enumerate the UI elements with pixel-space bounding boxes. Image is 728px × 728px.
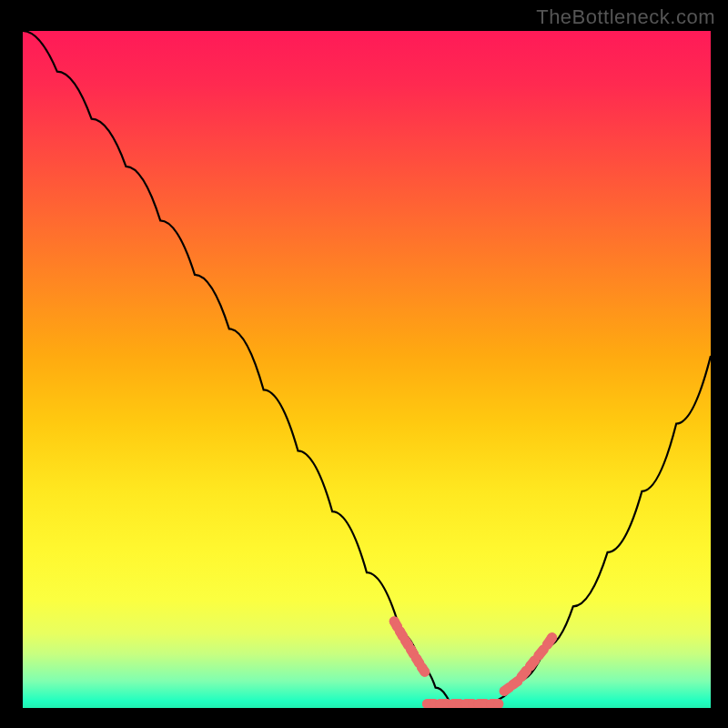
watermark-text: TheBottleneck.com (536, 5, 715, 29)
chart-overlay (23, 31, 711, 708)
bottleneck-curve-line (23, 31, 711, 708)
svg-point-53 (547, 632, 557, 642)
chart-container (23, 31, 711, 708)
svg-point-17 (420, 667, 430, 676)
curve-markers (389, 617, 557, 708)
